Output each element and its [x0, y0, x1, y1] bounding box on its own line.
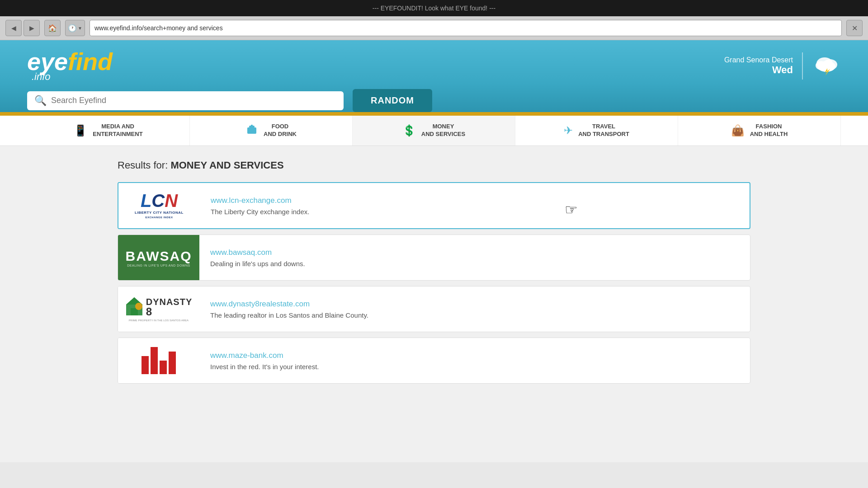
- nav-cat-travel[interactable]: ✈ TRAVEL AND TRANSPORT: [515, 116, 678, 145]
- result-card-maze[interactable]: www.maze-bank.com Invest in the red. It'…: [118, 338, 750, 384]
- media-icon: 📱: [74, 124, 87, 137]
- result-info-dynasty8: www.dynasty8realestate.com The leading r…: [199, 291, 379, 328]
- result-desc-lcn: The Liberty City exchange index.: [211, 208, 309, 216]
- search-input[interactable]: [51, 96, 336, 105]
- result-info-maze: www.maze-bank.com Invest in the red. It'…: [199, 342, 330, 380]
- history-icon: 🕐: [68, 24, 77, 33]
- search-icon: 🔍: [34, 95, 47, 107]
- result-info-bawsaq: www.bawsaq.com Dealing in life's ups and…: [199, 239, 316, 277]
- forward-button[interactable]: ▶: [24, 20, 40, 36]
- home-icon: 🏠: [48, 24, 57, 33]
- address-bar[interactable]: www.eyefind.info/search+money and servic…: [90, 20, 842, 36]
- fashion-icon: 👜: [731, 124, 745, 137]
- travel-icon: ✈: [564, 124, 573, 137]
- random-button[interactable]: RANDOM: [353, 89, 432, 112]
- weather-icon: [812, 52, 841, 80]
- url-text: www.eyefind.info/search+money and servic…: [94, 24, 223, 32]
- money-icon: 💲: [402, 124, 416, 137]
- back-button[interactable]: ◀: [5, 20, 22, 36]
- main-content: Results for: MONEY AND SERVICES L C N LI…: [0, 146, 868, 462]
- weather-day: Wed: [724, 64, 793, 76]
- history-button[interactable]: 🕐 ▼: [65, 20, 85, 36]
- nav-cat-food[interactable]: FOOD AND DRINK: [190, 116, 353, 145]
- svg-rect-5: [247, 127, 256, 134]
- svg-point-11: [135, 303, 142, 310]
- logo-container[interactable]: eyefind .info: [27, 49, 113, 83]
- nav-cat-fashion-label: FASHION AND HEALTH: [750, 123, 788, 138]
- result-logo-bawsaq: BAWSAQ DEALING IN LIFE'S UPS AND DOWNS: [118, 235, 199, 280]
- result-logo-dynasty8: DYNASTY 8 PRIME PROPERTY IN THE LOS SANT…: [118, 286, 199, 332]
- browser-chrome: ◀ ▶ 🏠 🕐 ▼ www.eyefind.info/search+money …: [0, 16, 868, 40]
- top-announcement-bar: --- EYEFOUNDIT! Look what EYE found! ---: [0, 0, 868, 16]
- weather-location: Grand Senora Desert Wed: [724, 56, 793, 76]
- logo-dot-info: .info: [32, 71, 113, 83]
- nav-cat-money-label: MONEY AND SERVICES: [421, 123, 465, 138]
- header-right: Grand Senora Desert Wed: [724, 52, 841, 80]
- cursor-pointer: ☞: [565, 201, 578, 218]
- nav-cat-food-label: FOOD AND DRINK: [264, 123, 297, 138]
- search-box[interactable]: 🔍: [27, 91, 344, 110]
- close-icon: ✕: [852, 24, 858, 33]
- result-info-lcn: www.lcn-exchange.com The Liberty City ex…: [200, 187, 320, 225]
- nav-categories: 📱 MEDIA AND ENTERTAINMENT FOOD AND DRINK…: [0, 116, 868, 146]
- weather-divider: [802, 52, 803, 80]
- gold-bar: [0, 112, 868, 116]
- results-heading: Results for: MONEY AND SERVICES: [118, 160, 750, 171]
- nav-cat-money[interactable]: 💲 MONEY AND SERVICES: [353, 116, 515, 145]
- browser-close-button[interactable]: ✕: [846, 20, 863, 36]
- result-url-maze[interactable]: www.maze-bank.com: [210, 351, 319, 360]
- history-dropdown-icon: ▼: [78, 26, 82, 31]
- announcement-text: --- EYEFOUNDIT! Look what EYE found! ---: [373, 5, 495, 12]
- result-url-dynasty8[interactable]: www.dynasty8realestate.com: [210, 300, 368, 309]
- nav-buttons: ◀ ▶: [5, 20, 40, 36]
- result-desc-bawsaq: Dealing in life's ups and downs.: [210, 260, 305, 267]
- nav-cat-media[interactable]: 📱 MEDIA AND ENTERTAINMENT: [27, 116, 190, 145]
- result-card-bawsaq[interactable]: BAWSAQ DEALING IN LIFE'S UPS AND DOWNS w…: [118, 235, 750, 281]
- result-card-lcn[interactable]: L C N LIBERTY CITY NATIONALEXCHANGE INDE…: [118, 182, 750, 229]
- food-icon: [245, 123, 258, 138]
- result-desc-dynasty8: The leading realtor in Los Santos and Bl…: [210, 311, 368, 319]
- home-button[interactable]: 🏠: [44, 20, 61, 36]
- result-logo-maze: [118, 338, 199, 383]
- result-desc-maze: Invest in the red. It's in your interest…: [210, 363, 319, 371]
- result-url-bawsaq[interactable]: www.bawsaq.com: [210, 248, 305, 257]
- nav-cat-fashion[interactable]: 👜 FASHION AND HEALTH: [678, 116, 841, 145]
- site-header: eyefind .info Grand Senora Desert Wed: [0, 40, 868, 83]
- nav-cat-travel-label: TRAVEL AND TRANSPORT: [578, 123, 629, 138]
- search-row: 🔍 RANDOM: [0, 83, 868, 112]
- result-logo-lcn: L C N LIBERTY CITY NATIONALEXCHANGE INDE…: [118, 183, 200, 228]
- svg-rect-7: [251, 125, 253, 127]
- nav-cat-media-label: MEDIA AND ENTERTAINMENT: [93, 123, 142, 138]
- result-card-dynasty8[interactable]: DYNASTY 8 PRIME PROPERTY IN THE LOS SANT…: [118, 286, 750, 332]
- result-url-lcn[interactable]: www.lcn-exchange.com: [211, 196, 309, 205]
- location-name: Grand Senora Desert: [724, 56, 793, 64]
- results-query: MONEY AND SERVICES: [170, 160, 283, 171]
